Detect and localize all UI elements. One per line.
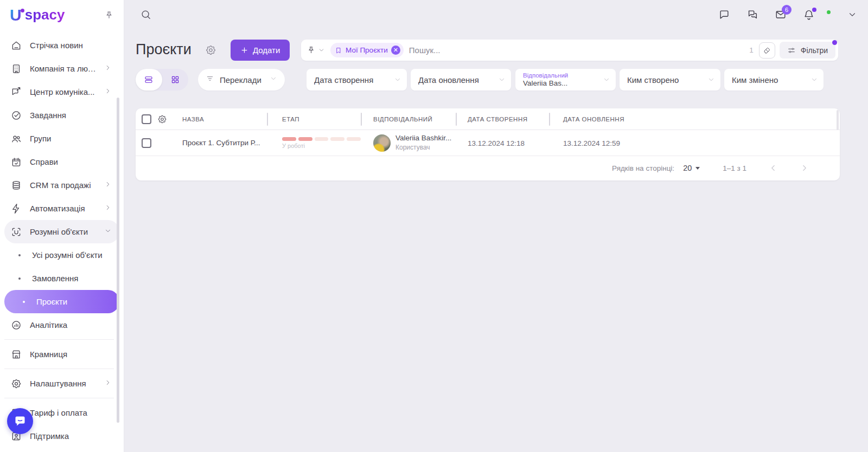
- page-settings-gear-icon[interactable]: [205, 44, 216, 58]
- support-chat-fab[interactable]: [7, 408, 33, 434]
- saved-filter-chip[interactable]: Мої Проєкти ✕: [330, 43, 404, 57]
- table-scrollbar[interactable]: [837, 110, 839, 130]
- analytics-icon: [11, 320, 22, 331]
- rows-per-page-label: Рядків на сторінці:: [612, 164, 674, 172]
- updated-date: 13.12.2024 12:59: [563, 139, 620, 147]
- created-date: 13.12.2024 12:18: [468, 139, 525, 147]
- translations-dropdown[interactable]: Переклади: [198, 69, 285, 91]
- column-header-responsible[interactable]: ВІДПОВІДАЛЬНИЙ: [361, 116, 456, 122]
- divider: [4, 369, 114, 369]
- bullet-icon: [18, 254, 21, 256]
- filters-button[interactable]: Фільтри: [780, 42, 835, 59]
- sidebar-item-crm[interactable]: CRM та продажі: [0, 173, 119, 197]
- bullet-icon: [18, 277, 21, 280]
- page-title: Проєкти: [136, 41, 192, 58]
- check-circle-icon: [11, 110, 22, 121]
- logo-text: spacy: [25, 7, 65, 23]
- sidebar-item-marketplace[interactable]: Крамниця: [0, 343, 119, 366]
- sidebar-item-analytics[interactable]: Аналітика: [0, 313, 119, 337]
- bell-icon[interactable]: [803, 9, 815, 21]
- search-icon[interactable]: [140, 9, 152, 21]
- sidebar-item-automation[interactable]: Автоматизація: [0, 197, 119, 220]
- row-checkbox[interactable]: [142, 138, 151, 148]
- chevron-down-icon: [104, 227, 112, 236]
- filter-created-by[interactable]: Ким створено: [620, 69, 720, 91]
- topbar: 6: [124, 0, 868, 29]
- sidebar-scrollbar[interactable]: [117, 98, 119, 423]
- scan-u-icon: [11, 227, 22, 237]
- responsible-role: Користувач: [395, 144, 430, 151]
- select-all-checkbox[interactable]: [142, 114, 151, 124]
- profile-chevron-down-icon[interactable]: [847, 10, 857, 20]
- sidebar-item-projects[interactable]: Проєкти: [4, 290, 119, 313]
- logo-letter: U: [10, 7, 22, 23]
- sidebar-item-orders[interactable]: Замовлення: [0, 267, 119, 290]
- chevron-down-icon: [270, 75, 277, 85]
- grid-view-icon: [170, 75, 180, 85]
- sidebar-item-company[interactable]: Компанія та люди: [0, 57, 119, 80]
- messenger-icon[interactable]: [746, 9, 758, 21]
- eraser-icon: [763, 46, 771, 55]
- pin-icon: [307, 46, 316, 55]
- chevron-right-icon: [104, 180, 112, 190]
- search-input[interactable]: [404, 46, 750, 55]
- chevron-down-icon: [394, 76, 401, 83]
- clear-filters-button[interactable]: [759, 42, 775, 59]
- view-toggle: [136, 69, 188, 91]
- filter-modified-by[interactable]: Ким змінено: [724, 69, 824, 91]
- chevron-down-icon: [318, 47, 325, 54]
- sidebar-item-activities[interactable]: Справи: [0, 150, 119, 173]
- table-row[interactable]: Проєкт 1. Субтитри Р... У роботі Valerii…: [136, 130, 840, 156]
- sidebar-item-groups[interactable]: Групи: [0, 127, 119, 150]
- table-header-row: НАЗВА ЕТАП ВІДПОВІДАЛЬНИЙ ДАТА СТВОРЕННЯ…: [136, 108, 840, 130]
- mail-badge: 6: [782, 5, 792, 15]
- column-header-created[interactable]: ДАТА СТВОРЕННЯ: [456, 116, 549, 122]
- mail-icon[interactable]: 6: [775, 9, 787, 21]
- sidebar-item-all-smart-objects[interactable]: Усі розумні об'єкти: [0, 243, 119, 267]
- online-status-dot: [826, 9, 832, 15]
- gear-icon: [11, 378, 22, 389]
- filter-responsible[interactable]: Відповідальний Valeriia Bas...: [515, 69, 616, 91]
- sidebar-item-newsfeed[interactable]: Стрічка новин: [0, 34, 119, 57]
- sidebar: U spacy Стрічка новин Компанія та люди Ц…: [0, 0, 124, 452]
- column-header-name[interactable]: НАЗВА: [177, 116, 267, 122]
- sidebar-item-tasks[interactable]: Завдання: [0, 104, 119, 127]
- uspacy-logo[interactable]: U spacy: [10, 7, 65, 23]
- project-name-link[interactable]: Проєкт 1. Субтитри Р...: [182, 139, 267, 147]
- filters-active-dot: [832, 40, 837, 45]
- store-icon: [11, 349, 22, 360]
- funnel-icon: [206, 74, 214, 85]
- columns-settings-gear-icon[interactable]: [157, 114, 177, 124]
- filter-created-date[interactable]: Дата створення: [307, 69, 407, 91]
- column-header-updated[interactable]: ДАТА ОНОВЛЕННЯ: [549, 116, 840, 122]
- prev-page-button[interactable]: [768, 163, 778, 173]
- calendar-check-icon: [11, 157, 22, 167]
- filter-updated-date[interactable]: Дата оновлення: [411, 69, 511, 91]
- feedback-bubble-icon[interactable]: [718, 9, 730, 21]
- divider: [4, 398, 114, 398]
- list-view-button[interactable]: [136, 69, 162, 91]
- chevron-down-icon: [810, 76, 818, 83]
- notification-dot: [812, 8, 816, 12]
- sidebar-item-settings[interactable]: Налаштування: [0, 372, 119, 395]
- column-header-stage[interactable]: ЕТАП: [267, 116, 361, 122]
- pagination-range: 1–1 з 1: [723, 164, 746, 172]
- caret-down-icon: [695, 167, 700, 170]
- grid-view-button[interactable]: [162, 69, 189, 91]
- logo-dot-icon: [21, 9, 24, 12]
- chevron-right-icon: [104, 64, 112, 73]
- chip-remove-icon[interactable]: ✕: [391, 46, 400, 55]
- rows-per-page-select[interactable]: 20: [683, 164, 700, 172]
- sidebar-item-smart-objects[interactable]: Розумні об'єкти: [4, 220, 119, 243]
- projects-table: НАЗВА ЕТАП ВІДПОВІДАЛЬНИЙ ДАТА СТВОРЕННЯ…: [136, 108, 840, 180]
- chevron-down-icon: [498, 76, 506, 83]
- sidebar-item-communications[interactable]: Центр комуніка...: [0, 80, 119, 104]
- responsible-name[interactable]: Valeriia Bashkir...: [395, 134, 451, 142]
- chat-pen-icon: [11, 87, 22, 98]
- bookmark-icon: [335, 47, 342, 54]
- add-button[interactable]: Додати: [231, 40, 290, 61]
- saved-filters-pin-button[interactable]: [307, 46, 330, 55]
- sidebar-pin-icon[interactable]: [104, 10, 114, 20]
- applied-filters-count: 1: [749, 46, 754, 54]
- next-page-button[interactable]: [800, 163, 809, 173]
